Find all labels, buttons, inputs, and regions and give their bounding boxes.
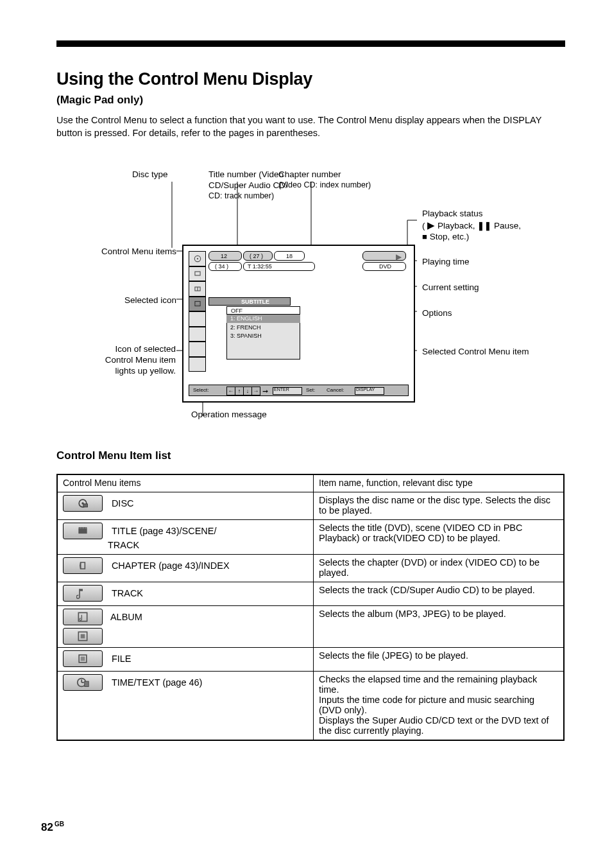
row-explain: Selects the title (DVD), scene (VIDEO CD… [314, 520, 564, 555]
page-top-bar [56, 40, 565, 47]
page-number-suffix: GB [55, 820, 64, 828]
row-label-b: TRACK [108, 540, 139, 550]
callout-chapter-number: Chapter number (Video CD: index number) [278, 169, 391, 191]
callout-icon-exp-l3: lights up yellow. [115, 366, 176, 376]
menu-icon-7 [189, 342, 206, 357]
pause-icon: ❚❚ [477, 221, 491, 230]
page-heading: Using the Control Menu Display [56, 69, 312, 89]
menu-icon-5 [189, 311, 206, 327]
callout-playback-status: Playback status ( ▶ Playback, ❚❚ Pause, … [422, 209, 563, 243]
play-icon: ▶ [427, 220, 435, 230]
callout-status-l3: Stop, etc.) [430, 232, 470, 241]
arrow-down-icon: ↓ [243, 386, 252, 395]
track-icon [63, 585, 103, 602]
play-triangle-icon: ▶ [396, 252, 402, 261]
row-explain: Selects the chapter (DVD) or index (VIDE… [314, 555, 564, 582]
table-row: DISC Displays the disc name or the disc … [58, 492, 564, 520]
disc-type-label: DVD [379, 263, 391, 270]
table-row: ALBUM Selects the album (MP3, JPEG) to b… [58, 606, 564, 648]
menu-icon-column: ... [189, 251, 206, 372]
op-cancel-label: Cancel: [327, 387, 344, 393]
option-3: 3: SPANISH [230, 333, 262, 339]
callout-selected-icon: Selected icon [90, 295, 176, 306]
callout-chapter-number-l2: (Video CD: index number) [278, 180, 391, 191]
row-explain-l1: Checks the elapsed time and the remainin… [319, 674, 537, 695]
disc-icon [63, 495, 103, 512]
table-row: TRACK Selects the track (CD/Super Audio … [58, 582, 564, 606]
option-selected: 1: ENGLISH [230, 315, 262, 322]
row-label: DISC [112, 498, 134, 508]
callout-status-l2a: ( [422, 221, 425, 230]
album-picture-icon [63, 628, 103, 645]
callout-playing-time: Playing time [422, 257, 563, 268]
row-explain-l2: Inputs the time code for picture and mus… [319, 695, 534, 715]
svg-text:...: ... [196, 302, 198, 306]
control-menu-table: Control Menu items Item name, function, … [56, 474, 565, 741]
svg-rect-22 [83, 504, 88, 507]
table-row: TIME/TEXT (page 46) Checks the elapsed t… [58, 672, 564, 740]
arrow-keys-icon: ← ↑ ↓ → [226, 386, 260, 394]
arrow-up-icon: ↑ [235, 386, 244, 395]
row-label: TRACK [112, 588, 143, 598]
op-select-label: Select: [193, 387, 208, 393]
callout-options: Options [422, 308, 570, 319]
callout-current-setting: Current setting [422, 282, 544, 293]
row-label-a: TITLE (page 43)/SCENE/ [112, 526, 217, 536]
arrow-left-icon: ← [226, 386, 235, 395]
callout-status-l1: Playback status [422, 209, 483, 218]
stop-icon: ■ [422, 232, 427, 241]
callout-status-pause: Pause, [494, 221, 521, 230]
album-music-icon [63, 609, 103, 625]
op-enter-label: ENTER [274, 387, 289, 392]
file-icon [63, 650, 103, 667]
row-label: ALBUM [110, 612, 142, 622]
menu-icon-selected: ... [189, 297, 206, 312]
table-row: TITLE (page 43)/SCENE/ TRACK Selects the… [58, 520, 564, 555]
svg-rect-38 [85, 681, 89, 686]
operation-bar: Select: ← ↑ ↓ → ➞ ENTER Set: Cancel: DIS… [189, 385, 409, 396]
callout-icon-exp-l1: Icon of selected [115, 344, 176, 354]
chapter-number: 18 [286, 253, 293, 259]
arrow-right-icon: → [251, 386, 260, 395]
playing-time: T 1:32:55 [248, 263, 272, 270]
menu-icon-6 [189, 327, 206, 342]
title-total: ( 27 ) [250, 253, 263, 259]
callout-title-number-l1: Title number (Video CD/Super Audio CD/ [208, 169, 288, 190]
section-title: Control Menu Item list [56, 449, 171, 462]
op-set-label: Set: [306, 387, 315, 393]
svg-rect-15 [194, 272, 200, 275]
row-explain: Selects the album (MP3, JPEG) to be play… [314, 606, 564, 648]
time-icon [63, 674, 103, 691]
callout-title-number-l2: CD: track number) [208, 191, 305, 202]
title-icon [63, 523, 103, 539]
row-explain: Selects the file (JPEG) to be played. [314, 648, 564, 672]
menu-icon-8 [189, 357, 206, 372]
table-header-row: Control Menu items Item name, function, … [58, 475, 564, 492]
row-label: CHAPTER (page 43)/INDEX [112, 560, 230, 571]
callout-icon-exp-l2: Control Menu item [105, 355, 176, 365]
row-explain: Selects the track (CD/Super Audio CD) to… [314, 582, 564, 606]
row-explain: Checks the elapsed time and the remainin… [314, 672, 564, 740]
svg-rect-32 [81, 634, 85, 639]
callout-chapter-number-l1: Chapter number [278, 169, 341, 179]
callout-icon-explanation: Icon of selected Control Menu item light… [99, 344, 176, 377]
option-off: OFF [231, 308, 242, 314]
arrow-forward-icon: ➞ [262, 387, 268, 395]
page-number: 82GB [41, 820, 64, 834]
menu-icon-chapter [189, 281, 206, 297]
chapter-total: ( 34 ) [215, 263, 228, 270]
row-label: FILE [112, 654, 132, 664]
selected-item-label: SUBTITLE [241, 299, 269, 305]
table-header-items: Control Menu items [58, 475, 314, 492]
row-label: TIME/TEXT (page 46) [112, 677, 203, 688]
menu-icon-disc [189, 251, 206, 266]
callout-operation-message: Operation message [191, 410, 339, 421]
op-display-label: DISPLAY [356, 387, 375, 392]
intro-paragraph: Use the Control Menu to select a functio… [56, 114, 565, 139]
chapter-icon [63, 557, 103, 574]
page-subheading: (Magic Pad only) [56, 94, 143, 107]
title-number: 12 [221, 253, 227, 259]
callout-status-play: Playback, [438, 221, 477, 230]
callout-control-menu-items: Control Menu items [90, 247, 176, 257]
svg-rect-34 [81, 657, 85, 661]
